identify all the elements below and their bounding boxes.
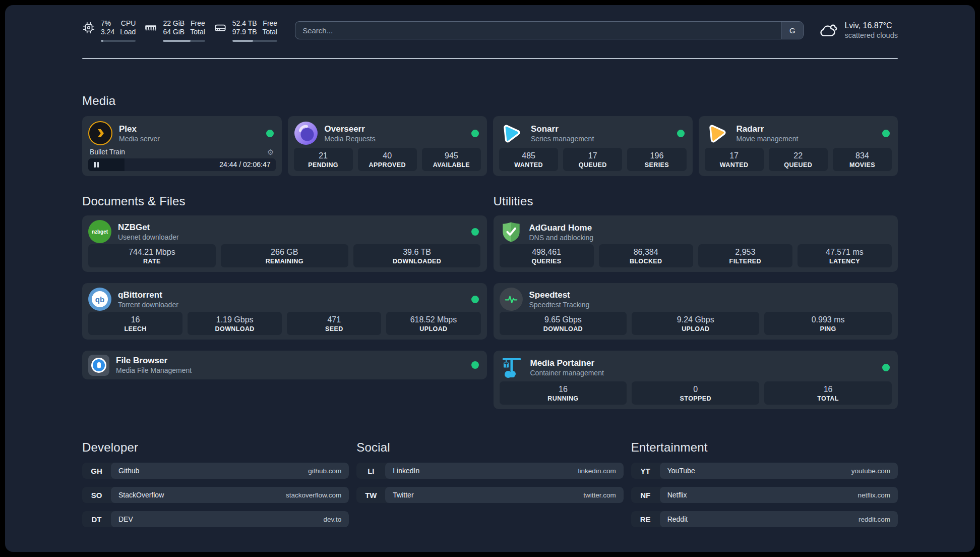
app-title: Sonarr bbox=[531, 124, 594, 134]
status-dot bbox=[471, 130, 479, 137]
app-card-filebrowser[interactable]: File Browser Media File Management bbox=[82, 351, 487, 379]
bookmark-domain: netflix.com bbox=[858, 491, 890, 499]
cpu-usage-value: 7% bbox=[101, 19, 114, 28]
stat-downloaded: 39.6 TB DOWNLOADED bbox=[353, 244, 481, 267]
bookmark-domain: reddit.com bbox=[859, 516, 890, 523]
app-card-qbittorrent[interactable]: qb qBittorrent Torrent downloader 16 LEE… bbox=[82, 283, 487, 340]
bookmark-netflix[interactable]: NF Netflix netflix.com bbox=[631, 487, 898, 503]
stat-filtered: 2,953 FILTERED bbox=[698, 244, 792, 267]
app-subtitle: Container management bbox=[530, 369, 604, 377]
stat-download: 9.65 Gbps DOWNLOAD bbox=[500, 312, 627, 335]
stat-leech: 16 LEECH bbox=[88, 312, 182, 335]
memory-progress-bar bbox=[163, 40, 205, 42]
app-card-plex[interactable]: Plex Media server Bullet Train ⚙ 24:44 /… bbox=[82, 116, 282, 176]
section-title-documents: Documents & Files bbox=[82, 194, 487, 208]
stat-remaining: 266 GB REMAINING bbox=[221, 244, 348, 267]
app-card-speedtest[interactable]: Speedtest Speedtest Tracking 9.65 Gbps D… bbox=[494, 283, 898, 340]
stat-running: 16 RUNNING bbox=[500, 381, 627, 405]
stat-approved: 40 APPROVED bbox=[358, 148, 417, 171]
bookmark-name: Github bbox=[118, 467, 139, 475]
stat-rate: 744.21 Mbps RATE bbox=[88, 244, 216, 267]
nzbget-icon: nzbget bbox=[88, 220, 111, 243]
search-input[interactable] bbox=[295, 22, 781, 39]
bookmark-domain: dev.to bbox=[324, 516, 342, 523]
app-card-sonarr[interactable]: Sonarr Series management 485 WANTED 17 Q… bbox=[493, 116, 693, 176]
app-title: Plex bbox=[119, 124, 160, 134]
app-title: Overseerr bbox=[325, 124, 376, 134]
gear-icon: ⚙ bbox=[267, 148, 274, 156]
stat-total: 16 TOTAL bbox=[764, 381, 892, 405]
pause-icon[interactable] bbox=[94, 162, 99, 168]
speedtest-icon bbox=[500, 288, 523, 311]
search-bar: G bbox=[295, 21, 804, 39]
bookmark-reddit[interactable]: RE Reddit reddit.com bbox=[631, 511, 898, 527]
status-dot bbox=[471, 228, 479, 236]
stat-wanted: 485 WANTED bbox=[499, 148, 558, 171]
now-playing-title: Bullet Train bbox=[90, 148, 125, 156]
stat-download: 1.19 Gbps DOWNLOAD bbox=[188, 312, 282, 335]
app-title: File Browser bbox=[116, 356, 192, 366]
app-subtitle: Speedtest Tracking bbox=[529, 301, 590, 309]
bookmark-twitter[interactable]: TW Twitter twitter.com bbox=[356, 487, 623, 503]
bookmark-abbr: GH bbox=[82, 463, 111, 479]
plex-icon bbox=[88, 121, 112, 145]
app-title: NZBGet bbox=[118, 222, 179, 233]
app-title: AdGuard Home bbox=[529, 223, 594, 233]
bookmark-name: YouTube bbox=[667, 467, 695, 475]
section-title-social: Social bbox=[356, 440, 623, 455]
playback-progress-bar[interactable]: 24:44 / 02:06:47 bbox=[88, 158, 276, 171]
stat-movies: 834 MOVIES bbox=[833, 148, 892, 171]
status-dot bbox=[266, 130, 274, 137]
section-title-developer: Developer bbox=[82, 440, 349, 455]
weather-widget: Lviv, 16.87°C scattered clouds bbox=[819, 21, 898, 39]
bookmark-domain: twitter.com bbox=[583, 491, 616, 499]
disk-free-label: Free bbox=[263, 19, 277, 28]
cloud-icon bbox=[819, 22, 838, 39]
bookmark-github[interactable]: GH Github github.com bbox=[82, 463, 349, 479]
weather-condition: scattered clouds bbox=[844, 31, 898, 39]
app-subtitle: Movie management bbox=[737, 135, 799, 143]
bookmark-dev[interactable]: DT DEV dev.to bbox=[82, 511, 349, 527]
app-title: qBittorrent bbox=[118, 290, 178, 300]
status-dot bbox=[677, 130, 685, 137]
app-card-radarr[interactable]: Radarr Movie management 17 WANTED 22 QUE… bbox=[699, 116, 898, 176]
app-card-portainer[interactable]: Media Portainer Container management 16 … bbox=[494, 351, 898, 409]
bookmark-linkedin[interactable]: LI LinkedIn linkedin.com bbox=[356, 463, 623, 479]
cpu-progress-bar bbox=[101, 40, 136, 42]
app-subtitle: Torrent downloader bbox=[118, 301, 178, 309]
adguard-icon bbox=[500, 220, 523, 244]
topbar-divider bbox=[82, 58, 898, 59]
app-card-adguard[interactable]: AdGuard Home DNS and adblocking 498,461 … bbox=[494, 215, 898, 272]
bookmark-youtube[interactable]: YT YouTube youtube.com bbox=[631, 463, 898, 479]
bookmark-domain: github.com bbox=[308, 467, 341, 475]
sonarr-icon bbox=[499, 121, 524, 145]
app-card-overseerr[interactable]: Overseerr Media Requests 21 PENDING 40 A… bbox=[288, 116, 487, 176]
search-provider-button[interactable]: G bbox=[781, 22, 803, 39]
bookmark-abbr: NF bbox=[631, 487, 660, 503]
stat-upload: 9.24 Gbps UPLOAD bbox=[632, 312, 759, 335]
app-title: Radarr bbox=[737, 124, 799, 134]
top-bar: 7% 3.24 CPU Load 22 GiB 64 GiB bbox=[82, 17, 898, 43]
bookmark-abbr: RE bbox=[631, 511, 660, 527]
radarr-icon bbox=[705, 121, 730, 145]
stat-available: 945 AVAILABLE bbox=[422, 148, 481, 171]
status-dot bbox=[882, 364, 890, 371]
app-subtitle: Usenet downloader bbox=[118, 233, 179, 241]
memory-icon bbox=[144, 21, 157, 34]
status-dot bbox=[471, 361, 479, 369]
bookmark-name: LinkedIn bbox=[393, 467, 419, 475]
bookmark-name: StackOverflow bbox=[118, 491, 164, 499]
cpu-load-value: 3.24 bbox=[101, 28, 114, 36]
bookmark-stackoverflow[interactable]: SO StackOverflow stackoverflow.com bbox=[82, 487, 349, 503]
app-subtitle: Media Requests bbox=[325, 135, 376, 143]
memory-widget: 22 GiB 64 GiB Free Total bbox=[144, 19, 205, 42]
disk-widget: 52.4 TB 97.9 TB Free Total bbox=[214, 19, 277, 42]
app-subtitle: Media File Management bbox=[116, 366, 192, 374]
cpu-usage-label: CPU bbox=[121, 19, 136, 28]
app-card-nzbget[interactable]: nzbget NZBGet Usenet downloader 744.21 M… bbox=[82, 215, 487, 272]
bookmark-abbr: DT bbox=[82, 511, 111, 527]
disk-total-value: 97.9 TB bbox=[232, 28, 257, 36]
bookmark-abbr: TW bbox=[356, 487, 385, 503]
bookmark-name: Twitter bbox=[393, 491, 413, 499]
bookmark-domain: stackoverflow.com bbox=[286, 491, 341, 499]
